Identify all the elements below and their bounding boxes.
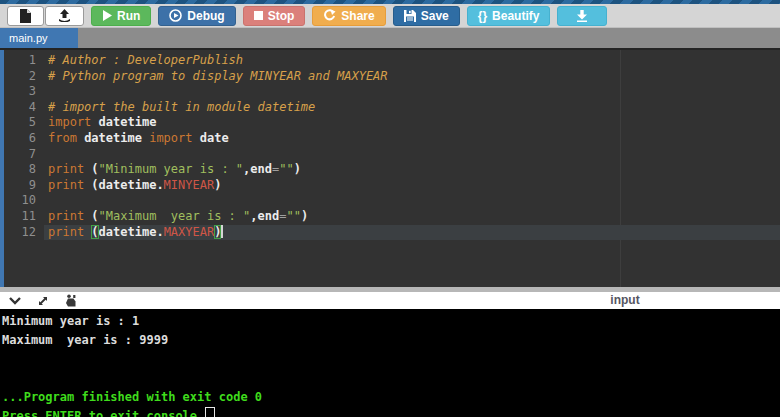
line-number: 6 (4, 131, 36, 147)
console-line: Press ENTER to exit console. (2, 407, 780, 417)
console-line: ...Program finished with exit code 0 (2, 388, 780, 407)
upload-icon (58, 9, 71, 22)
stop-icon (254, 11, 263, 20)
share-button[interactable]: Share (312, 6, 385, 26)
code-line[interactable]: import datetime (44, 115, 780, 131)
console-line: Maximum year is : 9999 (2, 331, 780, 350)
code-line[interactable]: # Python program to display MINYEAR and … (44, 69, 780, 85)
main-toolbar: Run Debug Stop Share Save {} Beautify (0, 4, 780, 28)
new-file-icon (20, 9, 31, 23)
console-line (2, 350, 780, 369)
new-file-button[interactable] (7, 6, 44, 26)
code-line[interactable] (44, 193, 780, 209)
text-cursor (221, 225, 223, 238)
file-button-group (7, 6, 84, 26)
beautify-button[interactable]: {} Beautify (467, 6, 551, 26)
console-line: Minimum year is : 1 (2, 312, 780, 331)
upload-file-button[interactable] (45, 6, 84, 26)
console-toolbar: input (0, 292, 780, 309)
debug-button[interactable]: Debug (158, 6, 235, 26)
line-number: 4 (4, 100, 36, 116)
console-output[interactable]: Minimum year is : 1Maximum year is : 999… (0, 309, 780, 417)
line-number: 3 (4, 84, 36, 100)
line-number: 10 (4, 193, 36, 209)
line-number: 2 (4, 69, 36, 85)
pointer-hand-icon[interactable] (65, 294, 77, 307)
code-line[interactable]: # Author : DeveloperPublish (44, 53, 780, 69)
line-number-gutter: 123456789101112 (4, 50, 44, 287)
line-number: 12 (4, 225, 36, 241)
code-line[interactable] (44, 84, 780, 100)
code-line[interactable]: print (datetime.MINYEAR) (44, 178, 780, 194)
stop-button[interactable]: Stop (243, 6, 306, 26)
line-number: 7 (4, 147, 36, 163)
console-line (2, 369, 780, 388)
code-editor[interactable]: 123456789101112 # Author : DeveloperPubl… (0, 48, 780, 287)
line-number: 1 (4, 53, 36, 69)
line-number: 5 (4, 115, 36, 131)
save-icon (404, 10, 416, 22)
tab-main-py[interactable]: main.py (0, 28, 78, 48)
play-icon (102, 10, 112, 21)
line-number: 8 (4, 162, 36, 178)
input-pane-label: input (597, 293, 653, 307)
share-icon (323, 9, 336, 22)
beautify-button-label: Beautify (492, 9, 539, 23)
stop-button-label: Stop (268, 9, 295, 23)
code-lines[interactable]: # Author : DeveloperPublish# Python prog… (44, 50, 780, 287)
editor-tab-bar: main.py (0, 28, 780, 48)
resize-console-icon[interactable] (37, 295, 49, 307)
collapse-console-icon[interactable] (9, 297, 21, 305)
download-icon (576, 10, 588, 22)
share-button-label: Share (341, 9, 374, 23)
code-line[interactable]: print ("Minimum year is : ",end="") (44, 162, 780, 178)
code-line[interactable]: from datetime import date (44, 131, 780, 147)
save-button-label: Save (421, 9, 449, 23)
download-button[interactable] (557, 6, 607, 26)
code-line[interactable]: print (datetime.MAXYEAR) (44, 225, 780, 241)
line-number: 9 (4, 178, 36, 194)
tab-label: main.py (9, 32, 48, 44)
debug-button-label: Debug (187, 9, 224, 23)
run-button-label: Run (117, 9, 140, 23)
code-line[interactable]: print ("Maximum year is : ",end="") (44, 209, 780, 225)
braces-icon: {} (478, 9, 487, 23)
line-number: 11 (4, 209, 36, 225)
save-button[interactable]: Save (393, 6, 460, 26)
run-button[interactable]: Run (91, 6, 151, 26)
code-line[interactable]: # import the built in module datetime (44, 100, 780, 116)
console-cursor (205, 407, 215, 417)
debug-icon (169, 9, 182, 22)
code-line[interactable] (44, 147, 780, 163)
